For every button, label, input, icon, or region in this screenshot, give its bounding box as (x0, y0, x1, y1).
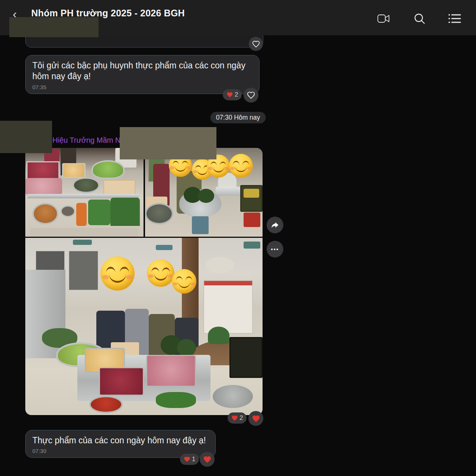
smiling-face-emoji (229, 154, 253, 178)
photo-decor (156, 245, 173, 250)
photo-decor (146, 355, 196, 387)
redaction-block (0, 121, 52, 153)
photo-large[interactable] (25, 238, 263, 415)
photo-decor (61, 205, 75, 217)
photo-decor (73, 177, 100, 193)
forward-icon (271, 221, 279, 229)
more-options-icon: ••• (271, 246, 279, 252)
photo-decor (229, 337, 263, 378)
photo-decor (145, 203, 173, 224)
photo-decor (208, 327, 229, 344)
menu-button[interactable] (447, 11, 462, 26)
like-button[interactable] (200, 452, 215, 467)
search-button[interactable] (412, 11, 427, 26)
photo-decor (244, 213, 260, 227)
message-time: 07:30 (32, 448, 209, 454)
photo-decor (25, 178, 62, 195)
forward-button[interactable] (267, 217, 283, 233)
like-button[interactable] (249, 37, 263, 51)
photo-decor (244, 189, 259, 198)
photo-decor (192, 216, 208, 234)
heart-filled-icon (184, 456, 190, 463)
redaction-block (9, 17, 99, 37)
reaction-count: 1 (192, 456, 195, 463)
reaction-badge[interactable]: 1 (180, 454, 199, 465)
header-bar: ‹ Nhóm PH trường 2025 - 2026 BGH (0, 0, 476, 35)
message-text: Tôi gửi các bậc phụ huynh thực phẩm của … (32, 60, 253, 82)
photo-decor (206, 257, 234, 273)
photo-decor (99, 367, 144, 395)
reaction-count: 2 (239, 414, 243, 422)
like-button[interactable] (248, 411, 263, 426)
photo-decor (89, 396, 122, 414)
reaction-badge[interactable]: 2 (223, 89, 242, 100)
reaction-badge[interactable]: 2 (228, 412, 247, 424)
heart-outline-icon (247, 91, 255, 99)
photo-decor (213, 385, 253, 408)
reaction-count: 2 (235, 91, 238, 98)
photo-decor (73, 240, 92, 245)
search-icon (413, 12, 426, 25)
photo-decor (91, 160, 125, 179)
photo-decor (68, 250, 99, 291)
video-call-button[interactable] (376, 11, 391, 26)
photo-decor (110, 198, 140, 226)
photo-decor (156, 392, 196, 408)
message-time: 07:35 (32, 84, 253, 90)
photo-thumbnail-1[interactable] (25, 148, 144, 237)
date-divider: 07:30 Hôm nay (210, 112, 266, 123)
chat-screen: Tôi gửi các bậc phụ huynh thực phẩm của … (0, 0, 476, 476)
photo-decor (244, 242, 260, 249)
photo-decor (26, 161, 60, 180)
sender-name[interactable]: Hiệu Trưởng Mầm Non (52, 136, 129, 145)
thread-list-icon (447, 12, 462, 25)
heart-filled-icon (226, 91, 233, 98)
photo-thumbnail-2[interactable] (145, 148, 263, 237)
photo-decor (177, 339, 196, 357)
smiling-face-emoji (172, 269, 196, 294)
photo-decor (62, 163, 86, 178)
photo-decor (32, 203, 58, 224)
like-button[interactable] (244, 88, 258, 103)
more-options-button[interactable]: ••• (267, 241, 283, 258)
message-text: Thực phẩm của các con ngày hôm nay đậy ạ… (32, 435, 209, 446)
photo-decor (103, 180, 135, 195)
photo-decor (76, 203, 87, 226)
heart-filled-icon (231, 415, 238, 421)
heart-filled-icon (203, 455, 212, 464)
redaction-block (120, 127, 216, 159)
photo-decor (30, 228, 139, 237)
photo-decor (88, 200, 110, 225)
photo-decor (203, 280, 253, 333)
heart-outline-icon (252, 40, 260, 48)
video-call-icon (377, 13, 391, 25)
heart-filled-icon (252, 414, 260, 423)
smiling-face-emoji (100, 256, 135, 291)
message-bubble[interactable]: Tôi gửi các bậc phụ huynh thực phẩm của … (25, 55, 260, 94)
smiling-face-emoji (147, 259, 174, 287)
